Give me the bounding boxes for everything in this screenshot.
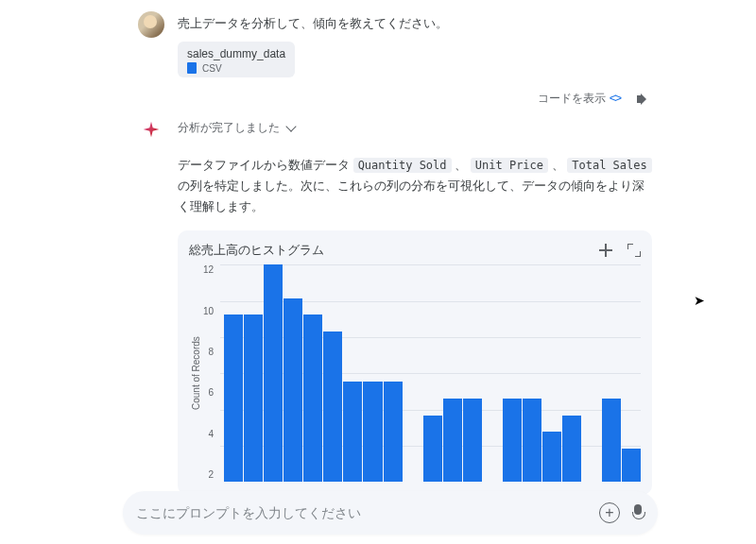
histogram-bar <box>602 399 621 482</box>
user-message: 売上データを分析して、傾向を教えてください。 <box>178 11 652 32</box>
chart-card: 総売上高のヒストグラム Count of Records 12108642 <box>178 230 652 495</box>
histogram-bar <box>264 264 283 482</box>
conversation: 売上データを分析して、傾向を教えてください。 sales_dummy_data … <box>0 0 756 499</box>
histogram-bar <box>423 416 442 483</box>
add-icon[interactable]: + <box>599 502 620 523</box>
status-text: 分析が完了しました <box>178 120 280 136</box>
prompt-input[interactable] <box>136 505 588 520</box>
histogram-bar <box>562 416 581 483</box>
show-code-link[interactable]: コードを表示 <> <box>538 91 620 107</box>
histogram-bar <box>503 399 522 482</box>
chevron-down-icon <box>287 126 297 131</box>
histogram-bar <box>523 399 541 482</box>
attachment-type: CSV <box>202 63 222 74</box>
file-icon <box>187 62 197 74</box>
user-avatar <box>138 11 164 38</box>
prompt-bar: + <box>123 491 658 535</box>
y-axis-label: Count of Records <box>189 264 203 482</box>
cursor-icon: ➤ <box>694 293 705 308</box>
move-icon[interactable] <box>599 244 612 257</box>
histogram-bar <box>463 399 482 482</box>
histogram-bar <box>542 432 561 482</box>
chart-title: 総売上高のヒストグラム <box>189 242 324 259</box>
user-turn: 売上データを分析して、傾向を教えてください。 sales_dummy_data … <box>138 8 652 81</box>
assistant-reply: データファイルから数値データ Quantity Sold 、 Unit Pric… <box>178 155 652 217</box>
attachment-name: sales_dummy_data <box>187 47 285 60</box>
histogram-bar <box>224 314 243 482</box>
histogram-bar <box>343 382 362 482</box>
histogram-bar <box>323 332 342 482</box>
chart-bars <box>224 264 641 482</box>
histogram-bar <box>363 382 382 482</box>
assistant-turn: 分析が完了しました データファイルから数値データ Quantity Sold 、… <box>138 112 652 499</box>
mic-icon[interactable] <box>631 504 644 521</box>
expand-icon[interactable] <box>627 244 641 257</box>
histogram-bar <box>384 382 403 482</box>
analysis-status[interactable]: 分析が完了しました <box>178 120 652 136</box>
speaker-icon[interactable] <box>637 93 652 106</box>
histogram-bar <box>244 314 263 482</box>
code-icon: <> <box>610 91 620 105</box>
gemini-icon <box>142 120 161 139</box>
histogram-bar <box>303 314 322 482</box>
y-axis-ticks: 12108642 <box>203 264 219 482</box>
attachment-chip[interactable]: sales_dummy_data CSV <box>178 42 295 77</box>
histogram-bar <box>443 399 462 482</box>
histogram-bar <box>284 298 302 483</box>
histogram-bar <box>622 449 641 482</box>
